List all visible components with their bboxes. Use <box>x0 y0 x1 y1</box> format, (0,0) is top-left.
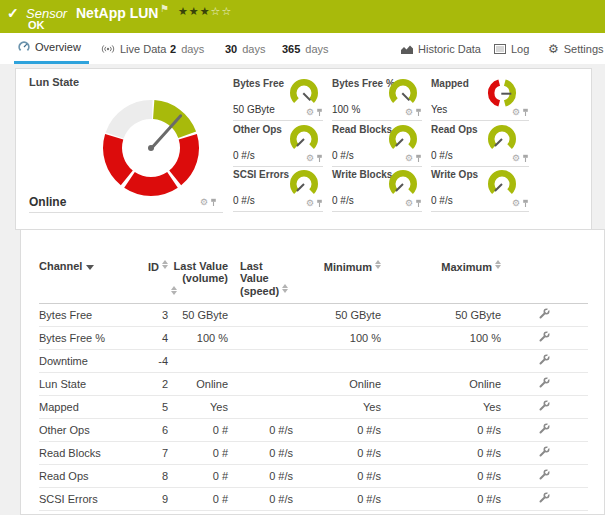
pin-icon[interactable] <box>415 199 422 208</box>
divider <box>29 212 223 213</box>
channel-name[interactable]: Lun State <box>39 373 144 396</box>
gear-icon[interactable]: ⚙ <box>512 108 520 117</box>
channel-name[interactable]: Read Ops <box>39 465 144 488</box>
col-header-last-value-volume[interactable]: Last Value(volume) <box>168 230 228 304</box>
col-header-maximum[interactable]: Maximum <box>381 230 501 304</box>
last-value-speed <box>228 304 293 327</box>
channel-settings-wrench-icon[interactable] <box>539 492 550 503</box>
cell-actions: ⚙ <box>306 108 323 117</box>
gear-icon: ⚙ <box>548 43 559 55</box>
channels-table-panel: Channel ID Last Value(volume) Last Value… <box>20 229 605 515</box>
channel-id: -4 <box>144 350 168 373</box>
last-value-speed <box>228 396 293 419</box>
cell-actions: ⚙ <box>405 108 422 117</box>
maximum-value: Yes <box>381 396 501 419</box>
tab-label: days <box>242 43 265 55</box>
pin-icon[interactable] <box>316 154 323 163</box>
tab-overview[interactable]: Overview <box>14 33 89 64</box>
col-header-minimum[interactable]: Minimum <box>293 230 381 304</box>
channel-name[interactable]: Other Ops <box>39 419 144 442</box>
maximum-value: 0 #/s <box>381 442 501 465</box>
priority-stars[interactable]: ★★★☆☆ <box>178 5 232 18</box>
channel-settings-wrench-icon[interactable] <box>539 446 550 457</box>
tab-number: 365 <box>282 43 300 55</box>
channel-settings-wrench-icon[interactable] <box>539 400 550 411</box>
minimum-value: 100 % <box>293 327 381 350</box>
gauge-cell-mapped: Mapped Yes ⚙ <box>431 75 529 121</box>
channel-settings-wrench-icon[interactable] <box>539 423 550 434</box>
tab-label: days <box>305 43 328 55</box>
last-value-volume: 0 # <box>168 465 228 488</box>
channel-settings-wrench-icon[interactable] <box>539 469 550 480</box>
tab-2-days[interactable]: 2 days <box>170 33 204 64</box>
minimum-value: 0 #/s <box>293 511 381 515</box>
cell-actions: ⚙ <box>512 108 529 117</box>
last-value-speed <box>228 373 293 396</box>
pin-icon[interactable] <box>522 199 529 208</box>
channel-settings-wrench-icon[interactable] <box>539 354 550 365</box>
gauges-panel: Lun State Online ⚙ Bytes Free 50 GByte ⚙… <box>15 68 592 230</box>
col-header-channel[interactable]: Channel <box>39 230 144 304</box>
gear-icon[interactable]: ⚙ <box>306 199 314 208</box>
maximum-value: Online <box>381 373 501 396</box>
col-header-label: Maximum <box>441 261 492 273</box>
pin-icon[interactable] <box>522 108 529 117</box>
pin-icon[interactable] <box>316 199 323 208</box>
cell-actions: ⚙ <box>405 199 422 208</box>
gear-icon[interactable]: ⚙ <box>405 154 413 163</box>
tab-log[interactable]: Log <box>494 33 529 64</box>
tab-365-days[interactable]: 365 days <box>282 33 329 64</box>
channel-name[interactable]: Write Blocks <box>39 511 144 515</box>
pin-icon[interactable] <box>316 108 323 117</box>
channel-settings-wrench-icon[interactable] <box>539 377 550 388</box>
gear-icon[interactable]: ⚙ <box>405 199 413 208</box>
minimum-value: Yes <box>293 396 381 419</box>
channel-name[interactable]: Downtime <box>39 350 144 373</box>
area-chart-icon <box>401 44 413 54</box>
last-value-speed: 0 #/s <box>228 442 293 465</box>
channel-value: 50 GByte <box>233 104 275 115</box>
pin-icon[interactable] <box>522 154 529 163</box>
channel-name[interactable]: Bytes Free % <box>39 327 144 350</box>
tab-label: Live Data <box>120 43 166 55</box>
maximum-value: 50 GByte <box>381 304 501 327</box>
tab-live-data[interactable]: Live Data <box>101 33 166 64</box>
channel-name[interactable]: Mapped <box>39 396 144 419</box>
tab-settings[interactable]: ⚙ Settings <box>548 33 604 64</box>
channel-settings-wrench-icon[interactable] <box>539 331 550 342</box>
col-header-last-value-speed[interactable]: Last Value(speed) <box>228 230 293 304</box>
table-row: Mapped 5 Yes Yes Yes <box>39 396 588 419</box>
channel-id: 9 <box>144 488 168 511</box>
gear-icon[interactable]: ⚙ <box>306 154 314 163</box>
pin-icon[interactable] <box>415 154 422 163</box>
col-header-settings <box>501 230 588 304</box>
tab-historic-data[interactable]: Historic Data <box>401 33 481 64</box>
gear-icon[interactable]: ⚙ <box>512 154 520 163</box>
main-gauge-label: Lun State <box>29 76 79 88</box>
stars-empty[interactable]: ☆☆ <box>211 5 233 17</box>
gear-icon[interactable]: ⚙ <box>405 108 413 117</box>
pin-icon[interactable] <box>210 198 217 207</box>
main-gauge-value: Online <box>29 195 66 209</box>
stars-filled[interactable]: ★★★ <box>178 5 211 17</box>
gauge-cell-other-ops: Other Ops 0 #/s ⚙ <box>233 121 323 167</box>
gear-icon[interactable]: ⚙ <box>306 108 314 117</box>
col-header-id[interactable]: ID <box>144 230 168 304</box>
minimum-value: 0 #/s <box>293 465 381 488</box>
gear-icon[interactable]: ⚙ <box>512 199 520 208</box>
sort-desc-icon <box>86 265 94 270</box>
last-value-volume: Online <box>168 373 228 396</box>
read-ops-gauge <box>486 123 518 155</box>
channel-name[interactable]: SCSI Errors <box>39 488 144 511</box>
channel-name[interactable]: Bytes Free <box>39 304 144 327</box>
tab-30-days[interactable]: 30 days <box>225 33 266 64</box>
gear-icon[interactable]: ⚙ <box>200 198 208 207</box>
pin-icon[interactable] <box>415 108 422 117</box>
sort-icon <box>495 260 501 269</box>
sort-icon <box>171 284 228 295</box>
channel-name[interactable]: Read Blocks <box>39 442 144 465</box>
flag-icon[interactable]: ⚑ <box>160 3 169 14</box>
channel-label: Read Ops <box>431 124 478 135</box>
write-ops-gauge <box>486 168 518 200</box>
channel-settings-wrench-icon[interactable] <box>539 308 550 319</box>
